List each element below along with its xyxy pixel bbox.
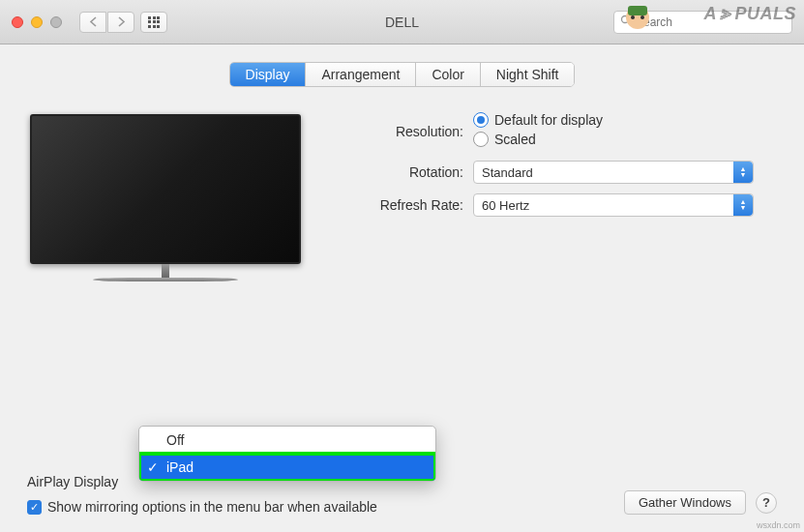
monitor-base-icon (93, 278, 238, 281)
resolution-scaled-option[interactable]: Scaled (473, 132, 777, 147)
main-row: Resolution: Default for display Scaled R… (27, 108, 777, 281)
bottom-area: AirPlay Display ✓ Show mirroring options… (27, 474, 777, 515)
resolution-label: Resolution: (351, 124, 473, 139)
monitor-screen-icon (30, 114, 301, 264)
chevron-right-icon (117, 16, 126, 27)
airplay-row: AirPlay Display (27, 474, 777, 489)
tab-arrangement[interactable]: Arrangement (306, 63, 416, 86)
monitor-preview (27, 108, 303, 281)
content-area: Display Arrangement Color Night Shift Re… (0, 44, 804, 532)
refresh-rate-control: 60 Hertz ▲▼ (473, 193, 777, 217)
close-window-button[interactable] (12, 16, 23, 28)
airplay-option-ipad-label: iPad (166, 459, 194, 475)
tab-group: Display Arrangement Color Night Shift (229, 62, 576, 87)
nav-buttons (79, 12, 134, 33)
zoom-window-button[interactable] (50, 16, 62, 28)
mirror-checkbox[interactable]: ✓ (27, 500, 42, 515)
tab-night-shift[interactable]: Night Shift (481, 63, 575, 86)
rotation-row: Rotation: Standard ▲▼ (351, 161, 777, 184)
resolution-row: Resolution: Default for display Scaled (351, 112, 777, 151)
search-field[interactable] (613, 11, 792, 34)
window-controls (12, 16, 62, 28)
rotation-select[interactable]: Standard ▲▼ (473, 161, 754, 184)
display-settings: Resolution: Default for display Scaled R… (351, 108, 777, 281)
svg-line-1 (628, 22, 631, 25)
tab-bar: Display Arrangement Color Night Shift (27, 62, 777, 87)
refresh-rate-label: Refresh Rate: (351, 197, 473, 213)
window-titlebar: DELL (0, 0, 804, 44)
rotation-control: Standard ▲▼ (473, 161, 777, 184)
window-title: DELL (385, 15, 419, 30)
radio-label: Scaled (494, 132, 536, 147)
airplay-option-off[interactable]: Off (139, 427, 435, 454)
rotation-label: Rotation: (351, 164, 473, 180)
show-all-button[interactable] (140, 12, 167, 33)
radio-icon (473, 112, 489, 128)
airplay-display-label: AirPlay Display (27, 474, 118, 489)
resolution-default-option[interactable]: Default for display (473, 112, 777, 128)
svg-point-0 (622, 16, 629, 23)
forward-button[interactable] (107, 12, 134, 33)
chevron-left-icon (89, 16, 98, 27)
gather-windows-button[interactable]: Gather Windows (624, 490, 746, 515)
back-button[interactable] (79, 12, 106, 33)
radio-label: Default for display (494, 112, 603, 128)
checkmark-icon: ✓ (147, 459, 159, 475)
minimize-window-button[interactable] (31, 16, 43, 28)
refresh-rate-select[interactable]: 60 Hertz ▲▼ (473, 193, 754, 217)
refresh-rate-row: Refresh Rate: 60 Hertz ▲▼ (351, 193, 777, 217)
refresh-rate-value: 60 Hertz (482, 198, 529, 213)
resolution-control: Default for display Scaled (473, 112, 777, 151)
monitor-neck-icon (162, 264, 169, 278)
mirror-label: Show mirroring options in the menu bar w… (47, 499, 377, 515)
help-button[interactable]: ? (756, 492, 777, 514)
tab-display[interactable]: Display (230, 63, 307, 86)
bottom-right-controls: Gather Windows ? (624, 490, 777, 515)
rotation-value: Standard (482, 165, 533, 180)
search-icon (620, 15, 632, 29)
select-stepper-icon: ▲▼ (733, 194, 753, 216)
grid-icon (148, 16, 160, 28)
radio-icon (473, 132, 489, 147)
search-input[interactable] (636, 15, 786, 29)
select-stepper-icon: ▲▼ (733, 162, 753, 183)
tab-color[interactable]: Color (416, 63, 480, 86)
